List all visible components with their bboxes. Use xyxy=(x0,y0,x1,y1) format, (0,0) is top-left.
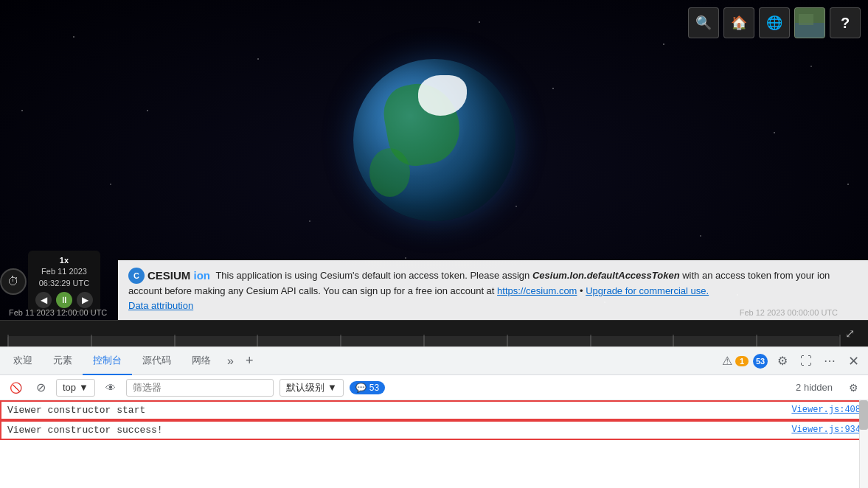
globe xyxy=(353,59,515,221)
clear-console-button[interactable]: 🚫 xyxy=(6,378,25,397)
log-level-chevron-icon: ▼ xyxy=(327,382,337,393)
tab-welcome[interactable]: 欢迎 xyxy=(3,347,43,375)
console-scrollbar[interactable] xyxy=(859,400,868,488)
add-tab-button[interactable]: + xyxy=(240,347,260,375)
log-level-dropdown[interactable]: 默认级别 ▼ xyxy=(280,379,344,397)
search-button[interactable]: 🔍 xyxy=(688,7,719,38)
filter-input[interactable] xyxy=(126,379,274,397)
hidden-count-label: 2 hidden xyxy=(796,382,839,393)
help-button[interactable]: ? xyxy=(830,7,861,38)
devtools-panel: 欢迎 元素 控制台 源代码 网络 » + ⚠ 1 53 ⚙ ⛶ ⋯ ✕ 🚫 ⊘ xyxy=(0,346,868,488)
time-widget: ⏱ 1x Feb 11 2023 06:32:29 UTC ◀ ⏸ ▶ xyxy=(0,251,100,313)
warn-badge-button[interactable]: ⚠ 1 xyxy=(723,349,747,373)
timeline-labels: Feb 11 2023 12:00:00 UTC Feb 12 2023 00:… xyxy=(7,308,839,317)
info-count-button[interactable]: 53 xyxy=(747,349,771,373)
eye-icon-button[interactable]: 👁 xyxy=(101,378,120,397)
playback-speed: 1x xyxy=(60,256,69,265)
cesium-logo-icon: C xyxy=(128,268,145,284)
globe-button[interactable]: 🌐 xyxy=(759,7,790,38)
ion-notice-text1: This application is using Cesium's defau… xyxy=(215,270,532,281)
warn-icon: ⚠ xyxy=(722,354,732,368)
block-console-button[interactable]: ⊘ xyxy=(31,378,50,397)
cesium-brand: CESIUM ion xyxy=(147,268,210,285)
timeline-inner: Feb 11 2023 12:00:00 UTC Feb 12 2023 00:… xyxy=(7,321,839,346)
ion-dot: • xyxy=(577,285,586,296)
imagery-thumbnail[interactable] xyxy=(794,7,825,38)
cesium-top-toolbar: 🔍 🏠 🌐 ? xyxy=(688,7,861,38)
home-button[interactable]: 🏠 xyxy=(723,7,754,38)
console-row-1: Viewer constructor success! Viewer.js:93… xyxy=(0,420,868,440)
rewind-button[interactable]: ◀ xyxy=(35,292,52,308)
console-row-0: Viewer constructor start Viewer.js:408 xyxy=(0,400,868,420)
log-level-label: 默认级别 xyxy=(286,381,324,394)
tab-console[interactable]: 控制台 xyxy=(83,347,132,375)
cesium-viewer: 🔍 🏠 🌐 ? ⏱ 1x Feb 11 2023 06:32:29 UTC ◀ … xyxy=(0,0,868,346)
clock-icon[interactable]: ⏱ xyxy=(0,268,27,295)
more-options-button[interactable]: ⋯ xyxy=(818,349,841,373)
message-count-badge: 💬 53 xyxy=(350,381,385,394)
playback-date: Feb 11 2023 xyxy=(41,267,87,276)
scrollbar-thumb[interactable] xyxy=(859,400,868,430)
globe-land xyxy=(369,148,410,197)
cesium-logo: C CESIUM ion xyxy=(128,268,210,285)
message-count: 53 xyxy=(369,383,379,393)
close-devtools-button[interactable]: ✕ xyxy=(841,349,865,373)
info-count-badge: 53 xyxy=(753,354,768,369)
playback-controls: ◀ ⏸ ▶ xyxy=(35,292,93,308)
time-controls: 1x Feb 11 2023 06:32:29 UTC ◀ ⏸ ▶ xyxy=(28,251,100,313)
timeline-track[interactable] xyxy=(7,336,839,347)
console-toolbar: 🚫 ⊘ top ▼ 👁 默认级别 ▼ 💬 53 2 hidden ⚙ xyxy=(0,375,868,400)
message-count-icon: 💬 xyxy=(355,383,367,393)
console-row-1-text: Viewer constructor success! xyxy=(7,425,791,436)
ion-token-key: Cesium.Ion.defaultAccessToken xyxy=(532,270,680,281)
console-row-0-text: Viewer constructor start xyxy=(7,405,791,416)
context-dropdown[interactable]: top ▼ xyxy=(56,379,95,397)
timeline-end-label: Feb 12 2023 00:00:00 UTC xyxy=(740,308,838,317)
timeline-start-label: Feb 11 2023 12:00:00 UTC xyxy=(9,308,107,317)
playback-time: 06:32:29 UTC xyxy=(39,279,89,287)
forward-button[interactable]: ▶ xyxy=(77,292,93,308)
more-tabs-button[interactable]: » xyxy=(221,347,240,375)
upgrade-link[interactable]: Upgrade for commercial use. xyxy=(586,285,709,296)
devtools-tabs: 欢迎 元素 控制台 源代码 网络 » + ⚠ 1 53 ⚙ ⛶ ⋯ ✕ xyxy=(0,347,868,375)
timeline-bar[interactable]: Feb 11 2023 12:00:00 UTC Feb 12 2023 00:… xyxy=(0,320,868,346)
context-chevron-icon: ▼ xyxy=(79,382,88,393)
console-content: Viewer constructor start Viewer.js:408 V… xyxy=(0,400,868,488)
dock-button[interactable]: ⛶ xyxy=(794,349,818,373)
tab-sources[interactable]: 源代码 xyxy=(132,347,181,375)
tab-network[interactable]: 网络 xyxy=(181,347,221,375)
time-info: 1x Feb 11 2023 06:32:29 UTC xyxy=(39,255,89,289)
tab-elements[interactable]: 元素 xyxy=(43,347,83,375)
settings-button[interactable]: ⚙ xyxy=(771,349,794,373)
pause-button[interactable]: ⏸ xyxy=(56,292,72,308)
console-row-0-link[interactable]: Viewer.js:408 xyxy=(791,405,861,415)
console-settings-button[interactable]: ⚙ xyxy=(844,379,862,397)
svg-rect-2 xyxy=(799,14,813,25)
context-label: top xyxy=(63,382,76,393)
cesium-url-link[interactable]: https://cesium.com xyxy=(497,285,577,296)
timeline-expand-button[interactable]: ⤢ xyxy=(839,327,861,341)
console-row-1-link[interactable]: Viewer.js:934 xyxy=(791,425,861,435)
